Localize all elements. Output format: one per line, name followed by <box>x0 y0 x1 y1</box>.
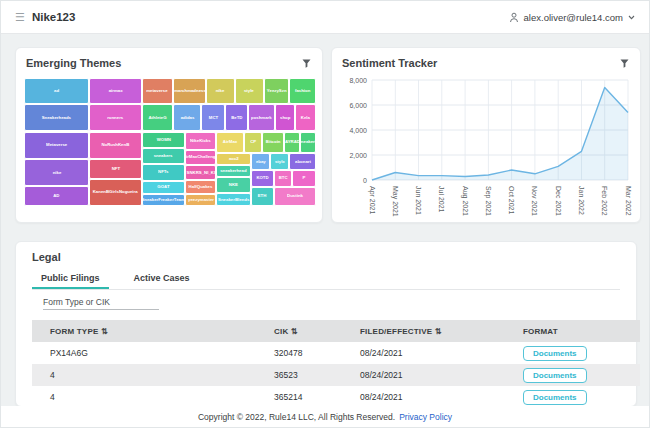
treemap-cell[interactable]: ETH <box>251 187 274 206</box>
treemap-cell[interactable]: aoc2 <box>216 153 250 165</box>
treemap-cell[interactable]: Kela <box>295 104 316 131</box>
sort-icon[interactable]: ⇅ <box>101 327 108 336</box>
treemap-cell[interactable]: NFT <box>89 159 141 179</box>
treemap-cell-label: aoc2 <box>229 157 239 161</box>
treemap-cell[interactable]: AirMaxChallenge <box>185 150 216 165</box>
treemap-cell[interactable]: ad <box>24 78 89 104</box>
documents-button[interactable]: Documents <box>523 368 587 383</box>
treemap-cell-label: AthleteG <box>148 116 166 120</box>
treemap-cell-label: Dustink <box>287 194 303 198</box>
cik-cell: 36523 <box>274 364 360 386</box>
treemap-cell[interactable]: P <box>292 170 316 187</box>
treemap-cell[interactable]: NoRushKenB <box>89 132 141 160</box>
cik-cell: 365214 <box>274 386 360 408</box>
treemap-cell[interactable]: MCT <box>201 104 225 131</box>
treemap-cell-label: NKE <box>229 183 238 187</box>
column-header-format: FORMAT <box>523 320 640 342</box>
treemap-cell[interactable]: abonart <box>289 153 316 170</box>
treemap-cell[interactable]: airmax <box>89 78 141 104</box>
treemap-cell[interactable]: Dustink <box>274 187 316 206</box>
treemap-cell-label: abonart <box>295 160 311 164</box>
treemap-cell[interactable]: poshmark <box>248 104 275 131</box>
treemap-cell[interactable]: stylx <box>270 153 289 170</box>
treemap-cell-label: AirMax <box>223 140 237 144</box>
treemap-cell[interactable]: Sneakerheads <box>24 104 89 131</box>
treemap-cell-label: SneakerBlends <box>218 197 249 201</box>
treemap-cell[interactable]: BTC <box>274 170 292 187</box>
treemap-cell-label: ad <box>54 89 59 93</box>
treemap-cell-label: KOTD <box>256 176 268 180</box>
filter-icon[interactable] <box>301 58 312 69</box>
treemap-cell[interactable]: shop <box>275 104 295 131</box>
treemap-cell[interactable]: SneakerFreakerTeam <box>142 194 186 206</box>
treemap-cell[interactable]: ebay <box>251 153 271 170</box>
treemap-cell[interactable]: GOAT <box>142 181 186 194</box>
treemap-cell[interactable]: sneakerhead <box>216 165 250 177</box>
treemap-cell-label: P <box>303 176 306 180</box>
svg-text:Jun 2021: Jun 2021 <box>415 186 422 215</box>
svg-text:4,000: 4,000 <box>349 127 367 134</box>
treemap-cell-label: sneakerhead <box>220 169 246 173</box>
column-header-cik[interactable]: CIK ⇅ <box>274 320 360 342</box>
treemap-cell[interactable]: NKE <box>216 177 250 194</box>
treemap-cell[interactable]: adidas <box>173 104 201 131</box>
treemap-cell[interactable]: CP <box>244 132 262 154</box>
treemap-cell[interactable]: Bitcoin <box>262 132 284 154</box>
treemap-cell[interactable]: style <box>235 78 264 104</box>
treemap-cell[interactable]: KOTD <box>251 170 274 187</box>
treemap-cell[interactable]: KanenBGirlsNogueira <box>89 179 141 206</box>
svg-text:Jul 2021: Jul 2021 <box>438 186 445 213</box>
documents-button[interactable]: Documents <box>523 390 587 405</box>
form-type-cik-input[interactable] <box>43 294 159 310</box>
sort-icon[interactable]: ⇅ <box>291 327 298 336</box>
treemap-cell[interactable]: runners <box>89 104 141 131</box>
legal-title: Legal <box>32 251 61 263</box>
treemap-cell[interactable]: AD <box>24 186 89 206</box>
treemap-cell-label: Kela <box>301 116 310 120</box>
column-header-filed_effective[interactable]: FILED/EFFECTIVE ⇅ <box>360 320 523 342</box>
filter-icon[interactable] <box>619 58 630 69</box>
treemap-cell-label: KanenBGirlsNogueira <box>93 190 138 194</box>
treemap-cell[interactable]: SNKRS_NI_KI <box>185 165 216 180</box>
svg-text:2,000: 2,000 <box>349 152 367 159</box>
treemap-cell[interactable]: nike <box>24 159 89 186</box>
documents-button[interactable]: Documents <box>523 346 587 361</box>
filed_effective-cell: 08/24/2021 <box>360 364 523 386</box>
treemap-cell[interactable]: marchmadness <box>173 78 206 104</box>
form_type-cell: 4 <box>32 364 274 386</box>
treemap-cell[interactable]: SneakerBlends <box>216 193 250 206</box>
treemap-cell[interactable]: metaverse <box>142 78 173 104</box>
treemap-cell[interactable]: Sneakerly <box>300 132 316 154</box>
treemap-cell[interactable]: BeTD <box>225 104 247 131</box>
treemap-cell-label: airmax <box>109 89 123 93</box>
menu-icon[interactable]: ☰ <box>15 11 25 24</box>
treemap-cell[interactable]: NikeKicks <box>185 132 216 150</box>
treemap-cell-label: NFT <box>111 167 119 171</box>
filed_effective-cell: 08/24/2021 <box>360 386 523 408</box>
treemap-cell-label: shop <box>280 116 290 120</box>
svg-text:Dec 2021: Dec 2021 <box>555 186 562 216</box>
tab-public-filings[interactable]: Public Filings <box>32 269 109 289</box>
treemap-cell[interactable]: AirMax <box>216 132 243 154</box>
treemap-cell[interactable]: Metaverse <box>24 132 89 160</box>
column-header-form_type[interactable]: FORM TYPE ⇅ <box>32 320 274 342</box>
treemap-cell[interactable]: yeezymaster <box>185 194 216 206</box>
privacy-policy-link[interactable]: Privacy Policy <box>399 412 452 422</box>
treemap-cell-label: MCT <box>209 116 218 120</box>
treemap-cell[interactable]: NFTs <box>142 164 186 181</box>
treemap-cell[interactable]: AYRAD <box>284 132 300 154</box>
treemap-cell[interactable]: fashion <box>289 78 316 104</box>
sort-icon[interactable]: ⇅ <box>435 327 442 336</box>
user-menu[interactable]: alex.oliver@rule14.com <box>509 12 635 23</box>
sentiment-tracker-header: Sentiment Tracker <box>332 48 640 69</box>
treemap-cell[interactable]: AthleteG <box>142 104 173 131</box>
treemap-cell[interactable]: HalfQuakes <box>185 180 216 194</box>
treemap-cell[interactable]: sneakers <box>142 148 186 164</box>
tab-active-cases[interactable]: Active Cases <box>125 269 199 289</box>
treemap-cell-label: AYRAD <box>285 140 300 144</box>
treemap-cell[interactable]: WOMN <box>142 132 186 148</box>
cik-cell: 320478 <box>274 342 360 364</box>
treemap-cell-label: GOAT <box>157 185 169 189</box>
treemap-cell[interactable]: YeezySzn <box>264 78 289 104</box>
treemap-cell[interactable]: nike <box>206 78 234 104</box>
